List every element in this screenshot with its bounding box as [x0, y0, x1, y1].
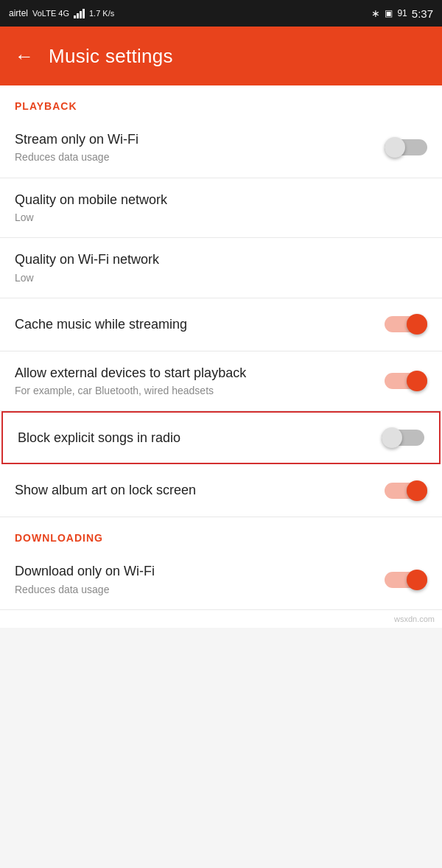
setting-subtitle-download-wifi: Reduces data usage	[15, 583, 373, 596]
toggle-thumb-external-devices	[407, 371, 427, 391]
setting-row-stream-wifi[interactable]: Stream only on Wi-FiReduces data usage	[0, 118, 442, 178]
toggle-stream-wifi[interactable]	[385, 136, 427, 158]
setting-row-quality-mobile[interactable]: Quality on mobile networkLow	[0, 178, 442, 239]
setting-row-block-explicit[interactable]: Block explicit songs in radio	[1, 411, 441, 464]
setting-text-stream-wifi: Stream only on Wi-FiReduces data usage	[15, 131, 385, 164]
setting-title-quality-mobile: Quality on mobile network	[15, 192, 415, 209]
back-button[interactable]: ←	[15, 46, 34, 66]
toggle-external-devices[interactable]	[385, 370, 427, 392]
setting-text-cache-music: Cache music while streaming	[15, 316, 385, 333]
toggle-thumb-download-wifi	[407, 570, 427, 590]
setting-row-cache-music[interactable]: Cache music while streaming	[0, 298, 442, 351]
network-type: VoLTE 4G	[32, 9, 69, 18]
toggle-download-wifi[interactable]	[385, 569, 427, 591]
setting-title-stream-wifi: Stream only on Wi-Fi	[15, 131, 373, 148]
setting-subtitle-quality-mobile: Low	[15, 211, 415, 224]
settings-content: PLAYBACKStream only on Wi-FiReduces data…	[0, 85, 442, 610]
app-bar-title: Music settings	[49, 45, 173, 68]
setting-row-quality-wifi[interactable]: Quality on Wi-Fi networkLow	[0, 238, 442, 298]
setting-text-download-wifi: Download only on Wi-FiReduces data usage	[15, 563, 385, 596]
setting-subtitle-external-devices: For example, car Bluetooth, wired headse…	[15, 384, 373, 397]
setting-title-block-explicit: Block explicit songs in radio	[18, 430, 370, 447]
status-left: airtel VoLTE 4G 1.7 K/s	[9, 8, 114, 18]
carrier-text: airtel	[9, 8, 28, 18]
setting-title-cache-music: Cache music while streaming	[15, 316, 373, 333]
setting-subtitle-quality-wifi: Low	[15, 271, 415, 284]
setting-subtitle-stream-wifi: Reduces data usage	[15, 150, 373, 164]
setting-text-quality-wifi: Quality on Wi-Fi networkLow	[15, 251, 427, 284]
toggle-cache-music[interactable]	[385, 313, 427, 335]
speed-text: 1.7 K/s	[89, 9, 114, 18]
setting-text-block-explicit: Block explicit songs in radio	[18, 430, 382, 447]
setting-row-album-art[interactable]: Show album art on lock screen	[0, 464, 442, 517]
app-bar: ← Music settings	[0, 27, 442, 85]
status-right: ∗ ▣ 91 5:37	[371, 7, 433, 20]
watermark: wsxdn.com	[0, 610, 442, 628]
toggle-thumb-cache-music	[407, 314, 427, 335]
setting-text-external-devices: Allow external devices to start playback…	[15, 365, 385, 398]
setting-text-album-art: Show album art on lock screen	[15, 482, 385, 499]
setting-title-download-wifi: Download only on Wi-Fi	[15, 563, 373, 580]
setting-title-album-art: Show album art on lock screen	[15, 482, 373, 499]
section-header-playback: PLAYBACK	[0, 85, 442, 118]
status-bar: airtel VoLTE 4G 1.7 K/s ∗ ▣ 91 5:37	[0, 0, 442, 27]
toggle-album-art[interactable]	[385, 480, 427, 502]
battery-icon: ▣	[385, 8, 393, 18]
signal-bars	[74, 8, 85, 18]
battery-percent: 91	[397, 8, 407, 18]
toggle-block-explicit[interactable]	[382, 427, 424, 449]
section-header-downloading: DOWNLOADING	[0, 517, 442, 550]
setting-title-quality-wifi: Quality on Wi-Fi network	[15, 251, 415, 268]
setting-row-download-wifi[interactable]: Download only on Wi-FiReduces data usage	[0, 550, 442, 610]
setting-row-external-devices[interactable]: Allow external devices to start playback…	[0, 351, 442, 412]
toggle-thumb-album-art	[407, 480, 427, 501]
bluetooth-icon: ∗	[371, 7, 380, 19]
time-display: 5:37	[412, 7, 433, 20]
setting-text-quality-mobile: Quality on mobile networkLow	[15, 192, 427, 225]
setting-title-external-devices: Allow external devices to start playback	[15, 365, 373, 382]
